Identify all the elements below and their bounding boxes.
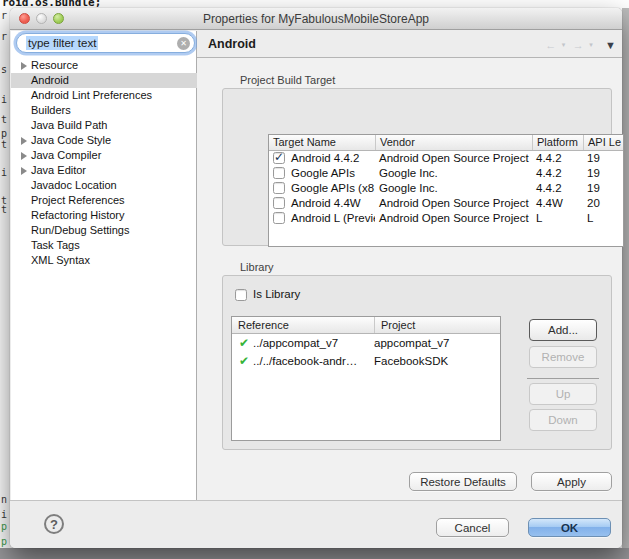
- vendor-cell: Google Inc.: [375, 181, 532, 196]
- add-button[interactable]: Add...: [529, 319, 597, 341]
- sidebar-item-builders[interactable]: Builders: [11, 103, 197, 118]
- build-target-table: Target Name Vendor Platform API Le ✓Andr…: [268, 134, 624, 247]
- checkbox-unchecked-icon[interactable]: [273, 212, 285, 224]
- forward-icon[interactable]: →: [573, 31, 584, 59]
- background-workbench-bottom: [0, 548, 629, 559]
- button-group-separator: [527, 378, 599, 379]
- library-row[interactable]: ✔../appcompat_v7appcompat_v7: [232, 334, 500, 352]
- library-group-label: Library: [240, 261, 274, 273]
- vendor-cell: Android Open Source Project: [375, 151, 532, 166]
- checkbox-unchecked-icon[interactable]: [273, 167, 285, 179]
- background-code-fragment: s: [1, 64, 7, 75]
- sidebar: type filter text ✕ ResourceAndroidAndroi…: [11, 31, 197, 500]
- filter-input-value: type filter text: [26, 36, 98, 50]
- sidebar-item-label: Project References: [31, 193, 125, 208]
- build-target-row[interactable]: Android 4.4WAndroid Open Source Project4…: [269, 196, 623, 211]
- cancel-button[interactable]: Cancel: [436, 518, 509, 537]
- expand-triangle-icon[interactable]: [21, 152, 27, 160]
- background-code-fragment: p: [1, 128, 7, 139]
- build-target-row[interactable]: Google APIsGoogle Inc.4.4.219: [269, 166, 623, 181]
- project-cell: appcompat_v7: [374, 334, 500, 352]
- ok-button[interactable]: OK: [528, 518, 611, 537]
- sidebar-item-task-tags[interactable]: Task Tags: [11, 238, 197, 253]
- reference-cell: ../../facebook-andr…: [253, 355, 357, 367]
- sidebar-item-android-lint-preferences[interactable]: Android Lint Preferences: [11, 88, 197, 103]
- background-code-fragment: t: [1, 204, 7, 215]
- library-table: Reference Project ✔../appcompat_v7appcom…: [231, 316, 501, 441]
- api-cell: 19: [583, 151, 623, 166]
- sidebar-item-java-editor[interactable]: Java Editor: [11, 163, 197, 178]
- view-menu-icon[interactable]: ▼: [605, 31, 616, 59]
- restore-defaults-button[interactable]: Restore Defaults: [409, 472, 517, 491]
- vendor-cell: Android Open Source Project: [375, 211, 532, 226]
- build-target-row[interactable]: Google APIs (x8…Google Inc.4.4.219: [269, 181, 623, 196]
- target-name-cell: Google APIs (x8…: [291, 181, 375, 196]
- green-check-icon: ✔: [239, 336, 249, 350]
- titlebar[interactable]: Properties for MyFabulousMobileStoreApp: [10, 8, 622, 30]
- is-library-checkbox[interactable]: [235, 289, 247, 301]
- checkbox-unchecked-icon[interactable]: [273, 197, 285, 209]
- sidebar-item-project-references[interactable]: Project References: [11, 193, 197, 208]
- sidebar-item-label: Java Compiler: [31, 148, 101, 163]
- remove-button[interactable]: Remove: [529, 346, 597, 368]
- sidebar-item-java-build-path[interactable]: Java Build Path: [11, 118, 197, 133]
- android-properties-page: Project Build Target Target Name Vendor …: [197, 58, 622, 500]
- background-code-fragment: p: [1, 521, 7, 532]
- dialog-footer: ? Cancel OK: [10, 500, 622, 548]
- column-header-target-name[interactable]: Target Name: [269, 135, 375, 150]
- platform-cell: L: [532, 211, 583, 226]
- column-header-reference[interactable]: Reference: [232, 317, 374, 333]
- library-table-header: Reference Project: [232, 317, 500, 334]
- sidebar-item-label: Java Build Path: [31, 118, 107, 133]
- column-header-platform[interactable]: Platform: [532, 135, 583, 150]
- expand-triangle-icon[interactable]: [21, 167, 27, 175]
- expand-triangle-icon[interactable]: [21, 137, 27, 145]
- project-cell: FacebookSDK: [374, 352, 500, 370]
- platform-cell: 4.4.2: [532, 166, 583, 181]
- platform-cell: 4.4W: [532, 196, 583, 211]
- sidebar-item-label: Android: [31, 73, 69, 88]
- target-name-cell: Android 4.4W: [291, 196, 361, 211]
- build-target-row[interactable]: Android L (Preview)Android Open Source P…: [269, 211, 623, 226]
- sidebar-item-refactoring-history[interactable]: Refactoring History: [11, 208, 197, 223]
- sidebar-item-run-debug-settings[interactable]: Run/Debug Settings: [11, 223, 197, 238]
- column-header-project[interactable]: Project: [374, 317, 500, 333]
- build-target-row[interactable]: ✓Android 4.4.2Android Open Source Projec…: [269, 151, 623, 166]
- apply-button[interactable]: Apply: [531, 472, 612, 491]
- clear-filter-icon[interactable]: ✕: [177, 37, 190, 50]
- sidebar-item-xml-syntax[interactable]: XML Syntax: [11, 253, 197, 268]
- filter-input[interactable]: type filter text ✕: [16, 33, 195, 53]
- sidebar-item-javadoc-location[interactable]: Javadoc Location: [11, 178, 197, 193]
- sidebar-item-java-code-style[interactable]: Java Code Style: [11, 133, 197, 148]
- sidebar-item-java-compiler[interactable]: Java Compiler: [11, 148, 197, 163]
- up-button[interactable]: Up: [529, 383, 597, 405]
- sidebar-item-label: XML Syntax: [31, 253, 90, 268]
- library-row[interactable]: ✔../../facebook-andr…FacebookSDK: [232, 352, 500, 370]
- sidebar-item-label: Run/Debug Settings: [31, 223, 129, 238]
- column-header-vendor[interactable]: Vendor: [375, 135, 532, 150]
- expand-triangle-icon[interactable]: [21, 62, 27, 70]
- sidebar-item-android[interactable]: Android: [11, 73, 197, 88]
- back-icon[interactable]: ←: [545, 31, 556, 59]
- sidebar-item-label: Java Code Style: [31, 133, 111, 148]
- page-navigation: ← ▾ → ▾ ▼: [545, 30, 616, 58]
- checkbox-unchecked-icon[interactable]: [273, 182, 285, 194]
- sidebar-item-label: Refactoring History: [31, 208, 125, 223]
- column-header-api-level[interactable]: API Le: [583, 135, 623, 150]
- build-target-group-label: Project Build Target: [240, 74, 335, 86]
- sidebar-item-label: Resource: [31, 58, 78, 73]
- down-button[interactable]: Down: [529, 409, 597, 431]
- help-icon[interactable]: ?: [44, 514, 64, 534]
- api-cell: 19: [583, 166, 623, 181]
- api-cell: 20: [583, 196, 623, 211]
- back-dropdown-icon[interactable]: ▾: [562, 31, 566, 59]
- sidebar-item-resource[interactable]: Resource: [11, 58, 197, 73]
- properties-tree: ResourceAndroidAndroid Lint PreferencesB…: [11, 58, 197, 268]
- target-name-cell: Android 4.4.2: [291, 151, 359, 166]
- sidebar-item-label: Android Lint Preferences: [31, 88, 152, 103]
- background-code-fragment: n: [1, 494, 7, 505]
- window-title: Properties for MyFabulousMobileStoreApp: [10, 8, 622, 30]
- reference-cell: ../appcompat_v7: [253, 337, 338, 349]
- checkbox-checked-icon[interactable]: ✓: [273, 152, 285, 164]
- forward-dropdown-icon[interactable]: ▾: [589, 31, 593, 59]
